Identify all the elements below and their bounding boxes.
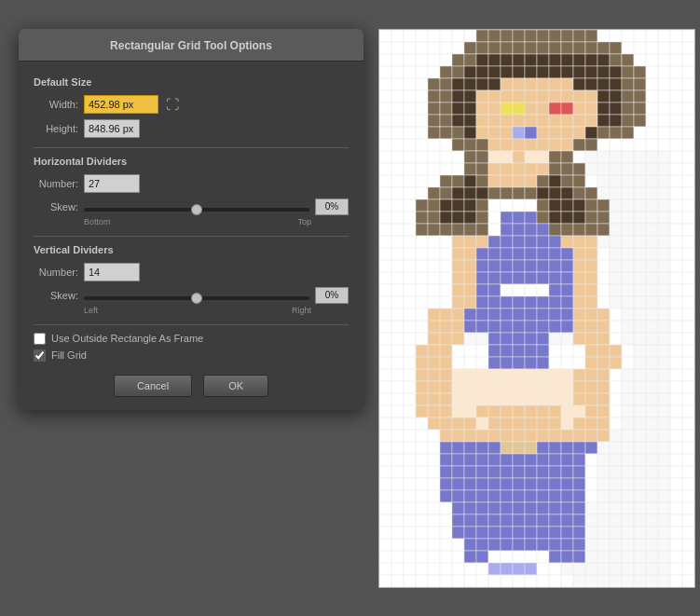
svg-rect-740 xyxy=(513,369,525,381)
v-skew-slider[interactable] xyxy=(84,296,309,300)
svg-rect-737 xyxy=(476,369,488,381)
svg-rect-803 xyxy=(646,393,658,405)
svg-rect-1063 xyxy=(646,514,658,527)
svg-rect-798 xyxy=(585,393,597,405)
ok-button[interactable]: OK xyxy=(203,375,268,397)
svg-rect-1183 xyxy=(525,575,537,587)
svg-rect-385 xyxy=(622,199,634,212)
svg-rect-76 xyxy=(658,54,670,66)
svg-rect-127 xyxy=(646,78,658,90)
svg-rect-523 xyxy=(404,272,416,284)
svg-rect-1054 xyxy=(537,514,549,527)
svg-rect-638 xyxy=(537,321,549,333)
svg-rect-138 xyxy=(464,90,476,103)
svg-rect-160 xyxy=(416,103,428,115)
svg-rect-1134 xyxy=(561,551,573,563)
svg-rect-968 xyxy=(440,478,452,490)
svg-rect-849 xyxy=(573,418,585,430)
svg-rect-90 xyxy=(513,66,525,78)
cancel-button[interactable]: Cancel xyxy=(114,375,192,397)
svg-rect-157 xyxy=(379,103,391,115)
svg-rect-304 xyxy=(585,163,597,175)
svg-rect-498 xyxy=(416,260,428,272)
svg-rect-738 xyxy=(488,369,501,381)
svg-rect-621 xyxy=(646,308,658,321)
svg-rect-1094 xyxy=(391,539,404,551)
svg-rect-166 xyxy=(488,103,501,115)
svg-rect-1014 xyxy=(682,490,694,502)
svg-rect-584 xyxy=(513,296,525,308)
v-number-input[interactable] xyxy=(84,263,140,281)
svg-rect-1104 xyxy=(513,539,525,551)
h-skew-percent[interactable] xyxy=(315,198,349,215)
svg-rect-513 xyxy=(597,260,610,272)
svg-rect-176 xyxy=(610,103,622,115)
svg-rect-937 xyxy=(379,466,391,478)
svg-rect-770 xyxy=(561,381,573,393)
svg-rect-531 xyxy=(501,272,513,284)
svg-rect-307 xyxy=(622,163,634,175)
svg-rect-431 xyxy=(549,224,561,236)
svg-rect-20 xyxy=(610,30,622,42)
width-input[interactable] xyxy=(84,95,158,114)
svg-rect-859 xyxy=(379,430,391,442)
h-number-input[interactable] xyxy=(84,174,140,193)
svg-rect-45 xyxy=(597,42,610,54)
svg-rect-429 xyxy=(525,224,537,236)
svg-rect-912 xyxy=(391,454,404,466)
svg-rect-950 xyxy=(537,466,549,478)
svg-rect-593 xyxy=(622,296,634,308)
svg-rect-925 xyxy=(549,454,561,466)
svg-rect-1143 xyxy=(670,551,682,563)
svg-rect-916 xyxy=(440,454,452,466)
svg-rect-526 xyxy=(440,272,452,284)
svg-rect-108 xyxy=(416,78,428,90)
svg-rect-1119 xyxy=(379,551,391,563)
svg-rect-1006 xyxy=(585,490,597,502)
svg-rect-647 xyxy=(646,321,658,333)
fill-grid-checkbox[interactable] xyxy=(34,349,46,362)
svg-rect-704 xyxy=(391,357,404,369)
svg-rect-370 xyxy=(440,199,452,212)
svg-rect-866 xyxy=(464,430,476,442)
svg-rect-686 xyxy=(488,345,501,357)
svg-rect-109 xyxy=(428,78,440,90)
svg-rect-1032 xyxy=(585,502,597,514)
svg-rect-867 xyxy=(476,430,488,442)
height-input[interactable] xyxy=(84,119,140,138)
svg-rect-208 xyxy=(682,115,694,127)
svg-rect-315 xyxy=(404,175,416,187)
svg-rect-101 xyxy=(646,66,658,78)
dialog: Rectangular Grid Tool Options Default Si… xyxy=(19,29,364,410)
svg-rect-760 xyxy=(440,381,452,393)
svg-rect-261 xyxy=(379,151,391,163)
svg-rect-733 xyxy=(428,369,440,381)
svg-rect-430 xyxy=(537,224,549,236)
svg-rect-1136 xyxy=(585,551,597,563)
svg-rect-1 xyxy=(379,30,391,42)
svg-rect-1070 xyxy=(416,527,428,539)
svg-rect-376 xyxy=(513,199,525,212)
svg-rect-143 xyxy=(525,90,537,103)
svg-rect-5 xyxy=(428,30,440,42)
svg-rect-869 xyxy=(501,430,513,442)
divider-3 xyxy=(34,324,349,325)
h-skew-slider[interactable] xyxy=(84,208,309,212)
svg-rect-79 xyxy=(379,66,391,78)
svg-rect-512 xyxy=(585,260,597,272)
svg-rect-1160 xyxy=(561,563,573,575)
svg-rect-333 xyxy=(622,175,634,187)
svg-rect-387 xyxy=(646,199,658,212)
svg-rect-1075 xyxy=(476,527,488,539)
svg-rect-657 xyxy=(452,333,464,345)
svg-rect-820 xyxy=(537,405,549,418)
svg-rect-1123 xyxy=(428,551,440,563)
svg-rect-632 xyxy=(464,321,476,333)
v-skew-percent[interactable] xyxy=(315,287,349,304)
svg-rect-1030 xyxy=(561,502,573,514)
svg-rect-605 xyxy=(452,308,464,321)
svg-rect-1078 xyxy=(513,527,525,539)
svg-rect-421 xyxy=(428,224,440,236)
use-outside-rect-checkbox[interactable] xyxy=(34,333,46,345)
svg-rect-391 xyxy=(379,212,391,224)
